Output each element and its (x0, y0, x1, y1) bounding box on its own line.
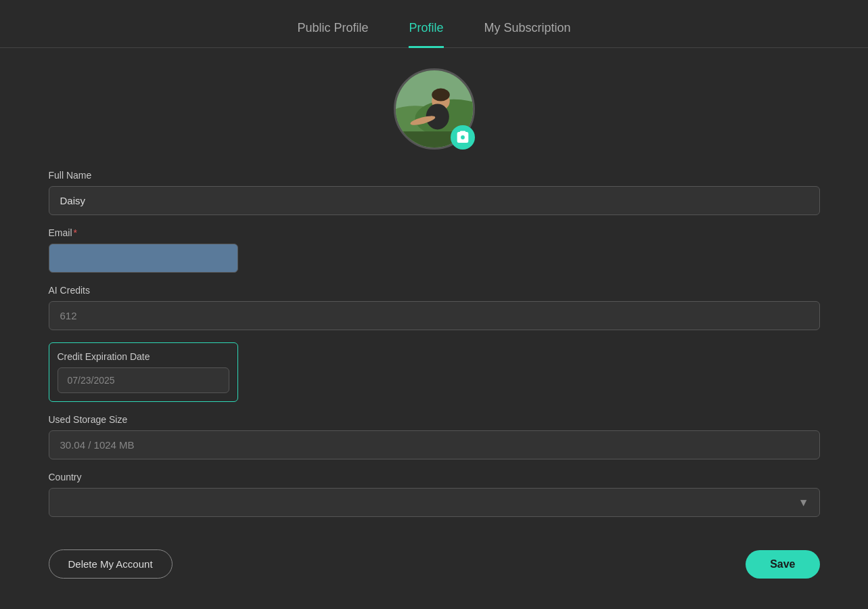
avatar-section (394, 68, 475, 150)
country-group: Country United States United Kingdom Can… (49, 472, 820, 517)
tab-public-profile[interactable]: Public Profile (297, 14, 368, 48)
tabs-container: Public Profile Profile My Subscription (0, 0, 868, 48)
ai-credits-input[interactable] (49, 301, 820, 330)
credit-storage-row: Credit Expiration Date (49, 342, 820, 402)
camera-badge[interactable] (451, 125, 475, 150)
camera-icon (456, 131, 470, 144)
country-select[interactable]: United States United Kingdom Canada (49, 488, 820, 517)
credit-expiry-input[interactable] (58, 367, 229, 393)
country-label: Country (49, 472, 820, 482)
email-input[interactable] (49, 244, 238, 273)
delete-account-button[interactable]: Delete My Account (49, 549, 173, 579)
svg-point-4 (432, 89, 450, 102)
full-name-input[interactable] (49, 186, 820, 215)
used-storage-input (49, 430, 820, 459)
credit-expiry-box: Credit Expiration Date (49, 342, 238, 402)
ai-credits-group: AI Credits (49, 285, 820, 330)
credit-expiry-label: Credit Expiration Date (58, 351, 229, 362)
full-name-label: Full Name (49, 170, 820, 181)
email-required-marker: * (74, 227, 77, 238)
email-label: Email* (49, 227, 820, 238)
used-storage-group: Used Storage Size (49, 414, 820, 459)
email-group: Email* (49, 227, 820, 273)
country-select-wrapper: United States United Kingdom Canada ▼ (49, 488, 820, 517)
save-button[interactable]: Save (746, 550, 819, 579)
page-container: Public Profile Profile My Subscription (0, 0, 868, 609)
form-container: Full Name Email* AI Credits Credit Expir… (49, 170, 820, 529)
used-storage-label: Used Storage Size (49, 414, 820, 425)
main-content: Full Name Email* AI Credits Credit Expir… (0, 48, 868, 609)
buttons-row: Delete My Account Save (49, 549, 820, 579)
ai-credits-label: AI Credits (49, 285, 820, 296)
full-name-group: Full Name (49, 170, 820, 215)
tab-profile[interactable]: Profile (409, 14, 443, 48)
tab-my-subscription[interactable]: My Subscription (484, 14, 571, 48)
